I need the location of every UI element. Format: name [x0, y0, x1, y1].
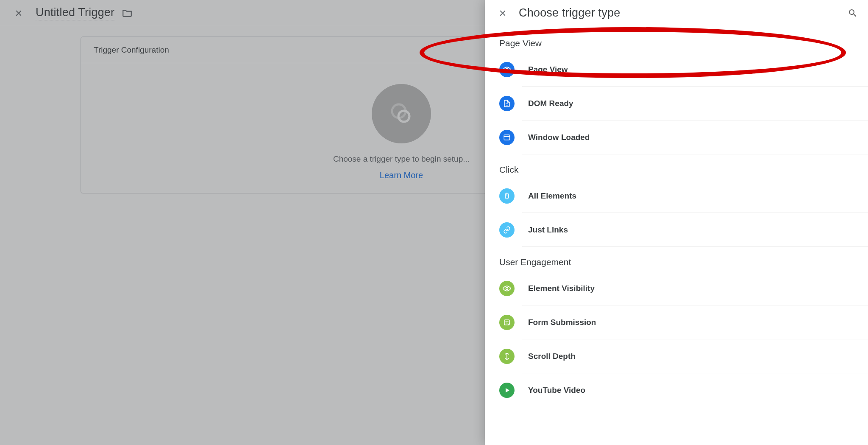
window-icon: [499, 130, 515, 145]
trigger-label: DOM Ready: [528, 99, 573, 108]
trigger-label: Just Links: [528, 225, 568, 235]
trigger-group: Page ViewPage ViewDOM ReadyWindow Loaded: [485, 35, 868, 161]
trigger-dom-ready[interactable]: DOM Ready: [485, 87, 868, 120]
trigger-scroll-depth[interactable]: Scroll Depth: [485, 339, 868, 373]
mouse-icon: [499, 188, 515, 204]
divider: [522, 407, 868, 407]
close-icon: [498, 8, 507, 18]
trigger-label: Form Submission: [528, 318, 596, 327]
trigger-form-submission[interactable]: Form Submission: [485, 305, 868, 339]
svg-point-7: [506, 288, 508, 290]
trigger-label: Page View: [528, 65, 568, 74]
svg-marker-9: [506, 388, 509, 393]
eye-icon: [499, 62, 515, 77]
drawer-title: Choose trigger type: [519, 6, 620, 20]
group-title: User Engagement: [485, 254, 868, 271]
trigger-label: YouTube Video: [528, 386, 585, 395]
trigger-all-elements[interactable]: All Elements: [485, 179, 868, 213]
group-title: Click: [485, 161, 868, 179]
divider: [522, 246, 868, 247]
trigger-label: Scroll Depth: [528, 352, 576, 361]
play-icon: [499, 383, 515, 398]
trigger-just-links[interactable]: Just Links: [485, 213, 868, 247]
trigger-pageview[interactable]: Page View: [485, 53, 868, 87]
scroll-icon: [499, 349, 515, 364]
divider: [522, 154, 868, 154]
trigger-group: User EngagementElement VisibilityForm Su…: [485, 254, 868, 414]
trigger-youtube-video[interactable]: YouTube Video: [485, 373, 868, 407]
trigger-label: All Elements: [528, 191, 576, 201]
svg-rect-3: [504, 135, 510, 140]
form-icon: [499, 315, 515, 330]
group-title: Page View: [485, 35, 868, 53]
drawer-search-button[interactable]: [843, 3, 863, 23]
choose-trigger-drawer: Choose trigger type Page ViewPage ViewDO…: [485, 0, 868, 445]
svg-point-2: [506, 69, 508, 71]
eye-icon: [499, 281, 515, 296]
trigger-label: Element Visibility: [528, 284, 595, 293]
trigger-element-visibility[interactable]: Element Visibility: [485, 271, 868, 305]
trigger-group: ClickAll ElementsJust Links: [485, 161, 868, 254]
link-icon: [499, 222, 515, 238]
search-icon: [848, 8, 858, 18]
doc-icon: [499, 96, 515, 111]
drawer-header: Choose trigger type: [485, 0, 868, 26]
drawer-body: Page ViewPage ViewDOM ReadyWindow Loaded…: [485, 26, 868, 445]
trigger-window-loaded[interactable]: Window Loaded: [485, 120, 868, 154]
drawer-close-button[interactable]: [492, 3, 513, 23]
trigger-label: Window Loaded: [528, 133, 590, 142]
